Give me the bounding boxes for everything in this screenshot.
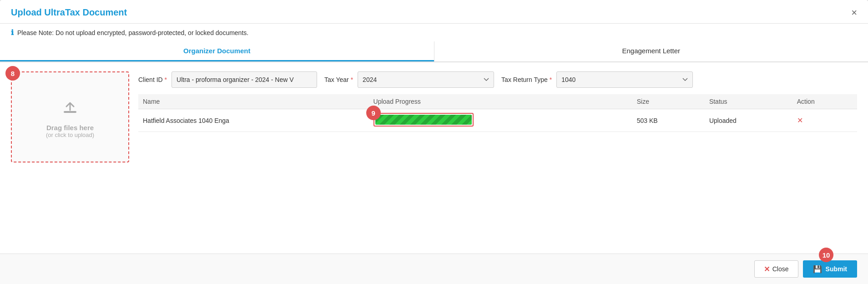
dialog-title: Upload UltraTax Document — [11, 7, 127, 18]
file-table: Name Upload Progress Size Status Action … — [138, 94, 857, 132]
progress-cell: 9 — [369, 109, 632, 132]
file-size: 503 KB — [632, 109, 705, 132]
client-id-input[interactable] — [172, 71, 317, 88]
col-size: Size — [632, 94, 705, 109]
progress-wrapper — [373, 113, 474, 127]
tax-year-select[interactable]: 2024 2023 2022 — [358, 71, 494, 88]
dialog-close-button[interactable]: × — [851, 8, 857, 18]
file-name: Hatfield Associates 1040 Enga — [138, 109, 369, 132]
delete-button[interactable]: ✕ — [797, 117, 803, 124]
close-button[interactable]: ✕ Close — [754, 260, 798, 278]
close-label: Close — [772, 265, 789, 273]
drag-text: Drag files here — [46, 124, 94, 132]
svg-rect-0 — [64, 111, 76, 113]
submit-label: Submit — [826, 265, 847, 273]
form-row: Client ID * Tax Year * 2024 2023 2022 — [138, 71, 857, 88]
col-name: Name — [138, 94, 369, 109]
notice-bar: ℹ Please Note: Do not upload encrypted, … — [0, 24, 868, 41]
dialog-header: Upload UltraTax Document × — [0, 0, 868, 24]
close-x-icon: ✕ — [764, 265, 770, 274]
col-action: Action — [792, 94, 857, 109]
tax-return-type-select[interactable]: 1040 1041 1120 — [556, 71, 693, 88]
req-marker: * — [165, 76, 167, 83]
step-badge-9: 9 — [366, 106, 381, 120]
client-id-group: Client ID * — [138, 71, 317, 88]
client-id-label: Client ID * — [138, 76, 167, 83]
tab-organizer-document[interactable]: Organizer Document — [0, 41, 434, 61]
dialog-body: 8 Drag files here (or click to upload) — [0, 62, 868, 254]
file-status: Uploaded — [705, 109, 792, 132]
info-icon: ℹ — [11, 28, 14, 37]
col-progress: Upload Progress — [369, 94, 632, 109]
tax-year-label: Tax Year * — [324, 76, 353, 83]
tabs-container: Organizer Document Engagement Letter — [0, 41, 868, 62]
dialog-footer: 10 ✕ Close 💾 Submit — [0, 254, 868, 284]
table-row: Hatfield Associates 1040 Enga 9 503 KB — [138, 109, 857, 132]
file-drop-zone[interactable]: 8 Drag files here (or click to upload) — [11, 71, 129, 162]
tab-engagement-letter[interactable]: Engagement Letter — [434, 41, 868, 61]
submit-button[interactable]: 💾 Submit — [803, 260, 857, 278]
notice-text: Please Note: Do not upload encrypted, pa… — [17, 29, 248, 36]
col-status: Status — [705, 94, 792, 109]
action-cell: ✕ — [792, 109, 857, 132]
main-area: 8 Drag files here (or click to upload) — [11, 71, 857, 162]
tax-return-type-group: Tax Return Type * 1040 1041 1120 — [501, 71, 693, 88]
step-badge-10: 10 — [819, 248, 833, 262]
step-badge-8: 8 — [5, 66, 20, 81]
progress-bar — [375, 115, 472, 125]
tax-year-group: Tax Year * 2024 2023 2022 — [324, 71, 494, 88]
click-text: (or click to upload) — [46, 132, 94, 138]
save-icon: 💾 — [813, 265, 822, 274]
right-section: Client ID * Tax Year * 2024 2023 2022 — [138, 71, 857, 132]
upload-icon — [59, 96, 81, 119]
upload-dialog: Upload UltraTax Document × ℹ Please Note… — [0, 0, 868, 284]
tax-return-type-label: Tax Return Type * — [501, 76, 552, 83]
progress-container: 9 — [373, 113, 474, 127]
